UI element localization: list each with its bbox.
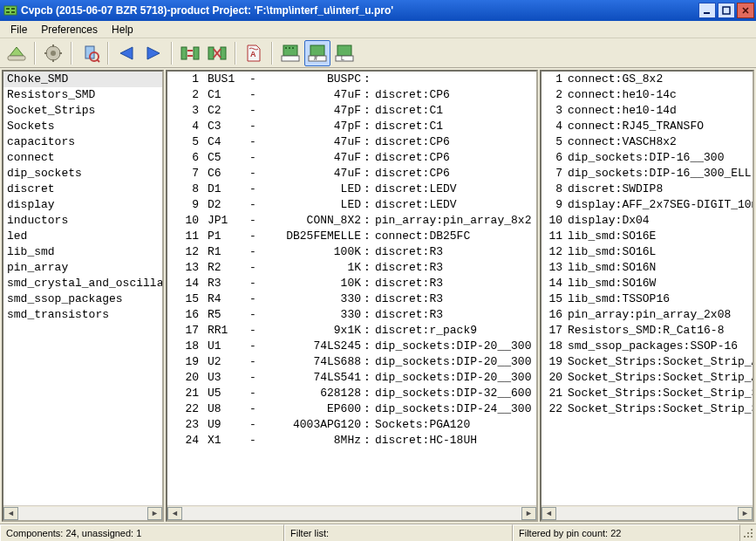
component-row[interactable]: 3C2-47pF:discret:C1 [167, 103, 536, 119]
svg-text:A: A [250, 50, 256, 58]
library-item[interactable]: smd_transistors [3, 307, 162, 323]
auto-associate-button[interactable] [177, 40, 203, 66]
svg-rect-41 [747, 536, 749, 538]
footprint-row[interactable]: 19Socket_Strips:Socket_Strip_Angl [541, 354, 753, 370]
footprint-row[interactable]: 7dip_sockets:DIP-16__300_ELL [541, 166, 753, 181]
footprint-row[interactable]: 14lib_smd:SO16W [541, 276, 753, 291]
library-item[interactable]: led [3, 229, 162, 244]
svg-rect-38 [747, 532, 749, 534]
status-filter: Filter list: [284, 524, 513, 541]
component-row[interactable]: 13R2-1K:discret:R3 [167, 260, 536, 276]
library-item[interactable]: Choke_SMD [3, 72, 162, 87]
component-row[interactable]: 23U9-4003APG120:Sockets:PGA120 [167, 417, 536, 433]
svg-point-11 [51, 51, 56, 56]
menu-help[interactable]: Help [105, 22, 140, 38]
footprint-row[interactable]: 3connect:he10-14d [541, 103, 753, 119]
component-row[interactable]: 7C6-47uF:discret:CP6 [167, 166, 536, 181]
save-button[interactable] [3, 40, 30, 66]
library-item[interactable]: discret [3, 181, 162, 197]
footprint-hscroll[interactable]: ◄ ► [541, 505, 753, 520]
component-row[interactable]: 1BUS1-BUSPC: [167, 72, 536, 87]
component-hscroll[interactable]: ◄ ► [167, 505, 536, 520]
library-item[interactable]: Socket_Strips [3, 103, 162, 119]
component-row[interactable]: 18U1-74LS245:dip_sockets:DIP-20__300 [167, 339, 536, 354]
footprint-row[interactable]: 12lib_smd:SO16L [541, 244, 753, 260]
footprint-row[interactable]: 13lib_smd:SO16N [541, 260, 753, 276]
filter-pincount-button[interactable]: # [304, 40, 330, 66]
scroll-left-icon[interactable]: ◄ [3, 507, 18, 520]
scroll-right-icon[interactable]: ► [521, 507, 536, 520]
scroll-right-icon[interactable]: ► [738, 507, 753, 520]
footprint-row[interactable]: 1connect:GS_8x2 [541, 72, 753, 87]
library-item[interactable]: capacitors [3, 134, 162, 150]
footprint-row[interactable]: 21Socket_Strips:Socket_Strip_Stra [541, 386, 753, 401]
footprint-row[interactable]: 18smd_ssop_packages:SSOP-16 [541, 339, 753, 354]
next-button[interactable] [140, 40, 167, 66]
documentation-button[interactable]: A [241, 40, 267, 66]
component-row[interactable]: 24X1-8MHz:discret:HC-18UH [167, 433, 536, 449]
filter-keywords-button[interactable] [277, 40, 303, 66]
library-item[interactable]: connect [3, 150, 162, 166]
library-item[interactable]: Resistors_SMD [3, 87, 162, 103]
component-row[interactable]: 2C1-47uF:discret:CP6 [167, 87, 536, 103]
library-item[interactable]: smd_crystal_and_oscillat [3, 276, 162, 291]
component-row[interactable]: 21U5-628128:dip_sockets:DIP-32__600 [167, 386, 536, 401]
component-row[interactable]: 12R1-100K:discret:R3 [167, 244, 536, 260]
library-hscroll[interactable]: ◄ ► [3, 505, 162, 520]
scroll-left-icon[interactable]: ◄ [541, 507, 556, 520]
footprint-row[interactable]: 2connect:he10-14c [541, 87, 753, 103]
footprint-row[interactable]: 5connect:VASCH8x2 [541, 134, 753, 150]
menu-preferences[interactable]: Preferences [34, 22, 105, 38]
library-item[interactable]: pin_array [3, 260, 162, 276]
footprint-row[interactable]: 9display:AFF_2x7SEG-DIGIT_10mm [541, 197, 753, 213]
view-footprint-button[interactable] [77, 40, 103, 66]
svg-rect-28 [285, 47, 287, 49]
component-row[interactable]: 16R5-330:discret:R3 [167, 307, 536, 323]
component-row[interactable]: 4C3-47pF:discret:C1 [167, 119, 536, 134]
prev-button[interactable] [113, 40, 140, 66]
component-row[interactable]: 15R4-330:discret:R3 [167, 291, 536, 307]
component-row[interactable]: 14R3-10K:discret:R3 [167, 276, 536, 291]
minimize-button[interactable] [698, 3, 716, 18]
scroll-left-icon[interactable]: ◄ [167, 507, 182, 520]
footprint-row[interactable]: 16pin_array:pin_array_2x08 [541, 307, 753, 323]
footprint-row[interactable]: 17Resistors_SMD:R_Cat16-8 [541, 323, 753, 339]
footprint-row[interactable]: 8discret:SWDIP8 [541, 181, 753, 197]
library-item[interactable]: dip_sockets [3, 166, 162, 181]
footprint-row[interactable]: 6dip_sockets:DIP-16__300 [541, 150, 753, 166]
library-list[interactable]: Choke_SMDResistors_SMDSocket_StripsSocke… [3, 72, 162, 505]
component-row[interactable]: 9D2-LED:discret:LEDV [167, 197, 536, 213]
footprint-row[interactable]: 11lib_smd:SO16E [541, 229, 753, 244]
component-row[interactable]: 20U3-74LS541:dip_sockets:DIP-20__300 [167, 370, 536, 386]
footprint-row[interactable]: 4connect:RJ45_TRANSFO [541, 119, 753, 134]
footprint-row[interactable]: 10display:Dx04 [541, 213, 753, 229]
footprint-row[interactable]: 20Socket_Strips:Socket_Strip_Angl [541, 370, 753, 386]
close-button[interactable] [737, 3, 754, 18]
filter-library-button[interactable]: L [331, 40, 358, 66]
maximize-button[interactable] [718, 3, 735, 18]
settings-button[interactable] [40, 40, 66, 66]
scroll-right-icon[interactable]: ► [147, 507, 162, 520]
component-row[interactable]: 11P1-DB25FEMELLE:connect:DB25FC [167, 229, 536, 244]
resize-grip-icon[interactable] [740, 524, 756, 541]
library-item[interactable]: smd_ssop_packages [3, 291, 162, 307]
component-row[interactable]: 19U2-74LS688:dip_sockets:DIP-20__300 [167, 354, 536, 370]
component-row[interactable]: 10JP1-CONN_8X2:pin_array:pin_array_8x2 [167, 213, 536, 229]
footprint-list[interactable]: 1connect:GS_8x22connect:he10-14c3connect… [541, 72, 753, 505]
svg-rect-30 [292, 47, 294, 49]
footprint-row[interactable]: 15lib_smd:TSSOP16 [541, 291, 753, 307]
component-row[interactable]: 8D1-LED:discret:LEDV [167, 181, 536, 197]
component-row[interactable]: 5C4-47uF:discret:CP6 [167, 134, 536, 150]
delete-associations-button[interactable] [204, 40, 230, 66]
component-panel: 1BUS1-BUSPC:2C1-47uF:discret:CP63C2-47pF… [166, 70, 538, 522]
component-list[interactable]: 1BUS1-BUSPC:2C1-47uF:discret:CP63C2-47pF… [167, 72, 536, 505]
menu-file[interactable]: File [3, 22, 34, 38]
component-row[interactable]: 17RR1-9x1K:discret:r_pack9 [167, 323, 536, 339]
footprint-row[interactable]: 22Socket_Strips:Socket_Strip_Stra [541, 401, 753, 417]
component-row[interactable]: 22U8-EP600:dip_sockets:DIP-24__300 [167, 401, 536, 417]
library-item[interactable]: Sockets [3, 119, 162, 134]
library-item[interactable]: inductors [3, 213, 162, 229]
library-item[interactable]: lib_smd [3, 244, 162, 260]
component-row[interactable]: 6C5-47uF:discret:CP6 [167, 150, 536, 166]
library-item[interactable]: display [3, 197, 162, 213]
